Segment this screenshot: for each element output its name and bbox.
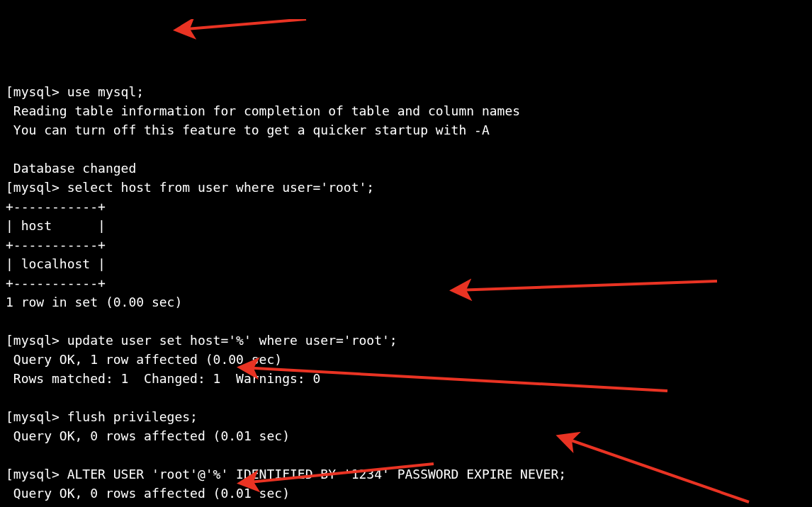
- annotation-arrow-icon: [179, 19, 306, 30]
- output-text: Database changed: [6, 161, 136, 176]
- output-text: You can turn off this feature to get a q…: [6, 123, 490, 137]
- output-text: 1 row in set (0.00 sec): [6, 295, 182, 309]
- output-text: +-----------+: [6, 275, 106, 290]
- terminal-line: +-----------+: [6, 273, 806, 292]
- terminal-line: [6, 312, 806, 331]
- mysql-prompt: [mysql>: [6, 333, 60, 348]
- terminal-line: [mysql> ALTER USER 'root'@'%' IDENTIFIED…: [6, 465, 806, 484]
- terminal-line: [6, 445, 806, 465]
- terminal-line: | host |: [6, 216, 806, 235]
- mysql-command: update user set host='%' where user='roo…: [60, 333, 397, 348]
- mysql-command: ALTER USER 'root'@'%' IDENTIFIED BY '123…: [60, 467, 566, 482]
- terminal-line: [mysql> use mysql;: [6, 82, 806, 101]
- terminal-line: Query OK, 0 rows affected (0.01 sec): [6, 426, 806, 445]
- output-text: +-----------+: [6, 199, 106, 214]
- mysql-command: use mysql;: [60, 84, 144, 99]
- terminal-line: Query OK, 0 rows affected (0.01 sec): [6, 484, 806, 503]
- mysql-command: select host from user where user='root';: [60, 180, 374, 195]
- output-text: +-----------+: [6, 237, 106, 252]
- output-text: Query OK, 1 row affected (0.00 sec): [6, 352, 282, 367]
- terminal-line: 1 row in set (0.00 sec): [6, 292, 806, 312]
- mysql-command: flush privileges;: [60, 409, 198, 424]
- terminal-line: You can turn off this feature to get a q…: [6, 120, 806, 139]
- output-text: | localhost |: [6, 256, 106, 271]
- terminal-line: Database changed: [6, 159, 806, 178]
- output-text: Query OK, 0 rows affected (0.01 sec): [6, 428, 290, 443]
- output-text: | host |: [6, 218, 106, 233]
- terminal-line: Reading table information for completion…: [6, 101, 806, 120]
- mysql-prompt: [mysql>: [6, 84, 60, 99]
- terminal-line: +-----------+: [6, 235, 806, 254]
- mysql-prompt: [mysql>: [6, 180, 60, 195]
- terminal-line: Query OK, 1 row affected (0.00 sec): [6, 350, 806, 369]
- terminal-line: [mysql> flush privileges;: [6, 407, 806, 426]
- terminal-line: | localhost |: [6, 254, 806, 273]
- output-text: Query OK, 0 rows affected (0.01 sec): [6, 486, 290, 501]
- mysql-prompt: [mysql>: [6, 467, 60, 482]
- mysql-prompt: [mysql>: [6, 409, 60, 424]
- terminal-line: +-----------+: [6, 197, 806, 216]
- output-text: Rows matched: 1 Changed: 1 Warnings: 0: [6, 371, 320, 386]
- terminal-line: [mysql> select host from user where user…: [6, 178, 806, 197]
- terminal-line: [mysql> update user set host='%' where u…: [6, 331, 806, 350]
- terminal-line: [6, 388, 806, 407]
- terminal-line: [6, 503, 806, 507]
- output-text: Reading table information for completion…: [6, 103, 520, 118]
- terminal-line: [6, 139, 806, 159]
- terminal-output[interactable]: [mysql> use mysql; Reading table informa…: [6, 82, 806, 507]
- terminal-line: Rows matched: 1 Changed: 1 Warnings: 0: [6, 369, 806, 388]
